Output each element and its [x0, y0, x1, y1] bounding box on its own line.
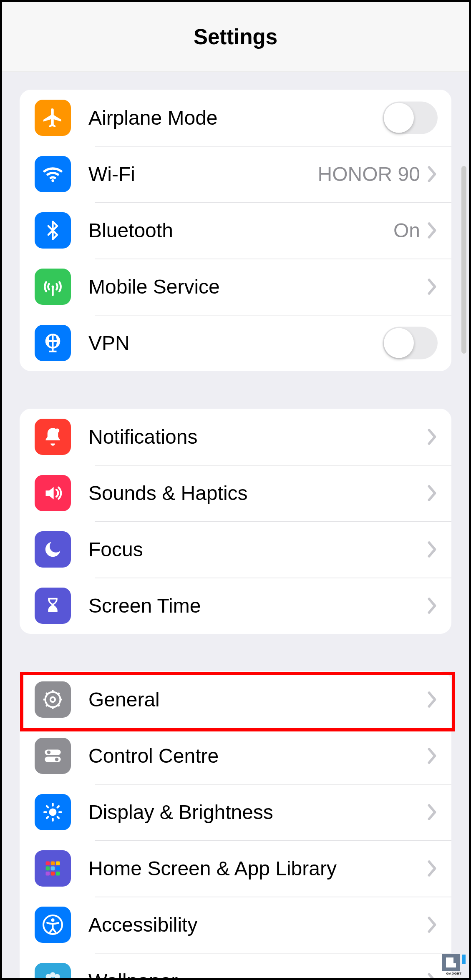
row-label: Bluetooth: [88, 219, 393, 242]
svg-rect-15: [51, 867, 55, 871]
svg-point-26: [56, 978, 62, 980]
flower-icon: [35, 963, 71, 980]
apps-icon: [35, 850, 71, 887]
svg-point-25: [44, 978, 49, 980]
watermark-logo-icon: [442, 954, 466, 971]
row-focus[interactable]: Focus: [20, 521, 451, 578]
chevron-right-icon: [426, 278, 438, 296]
settings-group-system: General Control Centre Display & Brightn…: [20, 671, 451, 980]
row-general[interactable]: General: [20, 671, 451, 728]
svg-rect-16: [56, 867, 60, 871]
svg-point-28: [55, 974, 60, 980]
row-control-centre[interactable]: Control Centre: [20, 728, 451, 784]
row-mobile-service[interactable]: Mobile Service: [20, 259, 451, 315]
accessibility-icon: [35, 907, 71, 943]
row-label: Wi-Fi: [88, 163, 318, 186]
row-label: Control Centre: [88, 744, 426, 768]
svg-point-27: [46, 974, 51, 980]
row-wifi[interactable]: Wi-Fi HONOR 90: [20, 146, 451, 202]
airplane-icon: [35, 100, 71, 136]
row-label: Wallpaper: [88, 970, 426, 980]
svg-point-3: [55, 429, 59, 433]
row-label: Focus: [88, 538, 426, 561]
svg-point-4: [45, 692, 60, 707]
row-label: Notifications: [88, 425, 426, 449]
chevron-right-icon: [426, 485, 438, 502]
row-label: Airplane Mode: [88, 106, 383, 130]
svg-point-9: [55, 758, 59, 761]
svg-point-21: [51, 918, 54, 922]
bell-icon: [35, 419, 71, 455]
vpn-toggle[interactable]: [383, 327, 438, 359]
row-bluetooth[interactable]: Bluetooth On: [20, 202, 451, 259]
row-label: General: [88, 688, 426, 711]
row-label: Display & Brightness: [88, 801, 426, 824]
row-label: Screen Time: [88, 594, 426, 618]
settings-header: Settings: [2, 2, 469, 72]
watermark-text: GADGET: [446, 972, 461, 975]
chevron-right-icon: [426, 541, 438, 558]
gear-icon: [35, 681, 71, 718]
speaker-icon: [35, 475, 71, 511]
chevron-right-icon: [426, 804, 438, 821]
chevron-right-icon: [426, 166, 438, 183]
chevron-right-icon: [426, 597, 438, 615]
chevron-right-icon: [426, 428, 438, 446]
row-label: VPN: [88, 332, 383, 355]
row-label: Accessibility: [88, 913, 426, 937]
settings-group-alerts: Notifications Sounds & Haptics Focus: [20, 409, 451, 634]
chevron-right-icon: [426, 860, 438, 877]
chevron-right-icon: [426, 691, 438, 709]
chevron-right-icon: [426, 747, 438, 765]
svg-rect-18: [51, 872, 55, 876]
antenna-icon: [35, 269, 71, 305]
vpn-icon: [35, 325, 71, 361]
svg-rect-11: [46, 862, 50, 866]
airplane-toggle[interactable]: [383, 102, 438, 134]
row-vpn[interactable]: VPN: [20, 315, 451, 371]
moon-icon: [35, 531, 71, 568]
row-notifications[interactable]: Notifications: [20, 409, 451, 465]
row-sounds-haptics[interactable]: Sounds & Haptics: [20, 465, 451, 521]
row-home-screen[interactable]: Home Screen & App Library: [20, 840, 451, 897]
switches-icon: [35, 738, 71, 774]
hourglass-icon: [35, 588, 71, 624]
row-label: Home Screen & App Library: [88, 857, 426, 880]
watermark: GADGET: [442, 954, 466, 975]
bluetooth-detail: On: [393, 219, 420, 242]
svg-rect-19: [56, 872, 60, 876]
row-screen-time[interactable]: Screen Time: [20, 578, 451, 634]
svg-rect-12: [51, 862, 55, 866]
svg-rect-17: [46, 872, 50, 876]
row-accessibility[interactable]: Accessibility: [20, 897, 451, 953]
chevron-right-icon: [426, 972, 438, 980]
svg-point-0: [51, 179, 54, 182]
chevron-right-icon: [426, 222, 438, 239]
row-wallpaper[interactable]: Wallpaper: [20, 953, 451, 980]
sun-icon: [35, 794, 71, 830]
settings-content: Airplane Mode Wi-Fi HONOR 90 Bluetooth O…: [2, 72, 469, 980]
page-title: Settings: [194, 25, 277, 49]
svg-point-5: [50, 697, 55, 702]
wifi-detail: HONOR 90: [318, 163, 420, 186]
row-label: Mobile Service: [88, 275, 426, 299]
svg-point-10: [49, 809, 57, 816]
chevron-right-icon: [426, 916, 438, 934]
settings-group-connectivity: Airplane Mode Wi-Fi HONOR 90 Bluetooth O…: [20, 90, 451, 371]
row-airplane-mode[interactable]: Airplane Mode: [20, 90, 451, 146]
row-display-brightness[interactable]: Display & Brightness: [20, 784, 451, 840]
bluetooth-icon: [35, 212, 71, 249]
svg-rect-13: [56, 862, 60, 866]
svg-point-22: [50, 978, 55, 980]
row-label: Sounds & Haptics: [88, 482, 426, 505]
wifi-icon: [35, 156, 71, 192]
svg-point-7: [47, 751, 51, 754]
svg-rect-14: [46, 867, 50, 871]
scrollbar[interactable]: [461, 166, 466, 354]
